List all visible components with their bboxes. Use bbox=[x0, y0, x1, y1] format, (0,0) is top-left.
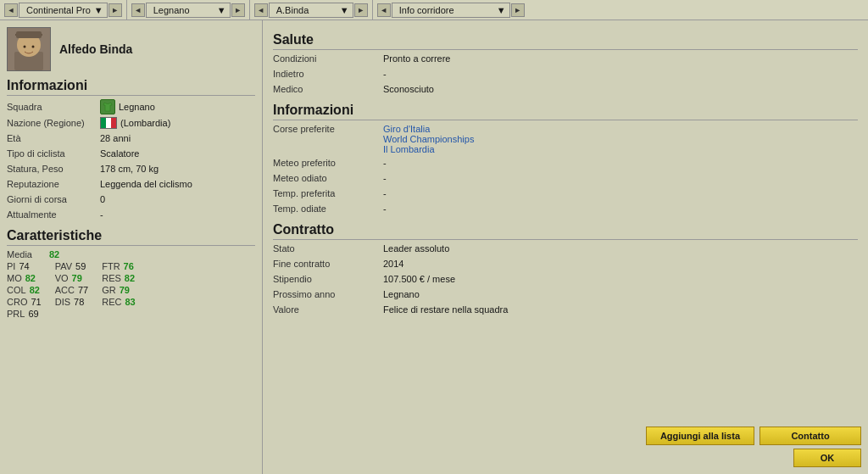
buttons-row-1: Aggiungi alla lista Contatto bbox=[646, 427, 861, 445]
meteo-odiato-value: - bbox=[383, 173, 387, 183]
stat-prl-name: PRL bbox=[7, 309, 25, 319]
stat-pi-name: PI bbox=[7, 261, 15, 271]
tipo-value: Scalatore bbox=[100, 148, 139, 159]
condizioni-label: Condizioni bbox=[273, 53, 383, 64]
stipendio-value: 107.500 € / mese bbox=[383, 274, 455, 284]
nav-dropdown-2[interactable]: Legnano ▼ bbox=[146, 3, 231, 18]
nav-left-arrow-2[interactable]: ◄ bbox=[131, 3, 145, 17]
tipo-row: Tipo di ciclista Scalatore bbox=[7, 147, 255, 160]
nav-section-continental: ◄ Continental Pro ▼ ► bbox=[0, 0, 127, 20]
fine-value: 2014 bbox=[383, 259, 403, 269]
meteo-odiato-label: Meteo odiato bbox=[273, 173, 383, 183]
stat-cro-val: 71 bbox=[31, 297, 41, 307]
medico-row: Medico Sconosciuto bbox=[273, 84, 858, 98]
attualmente-value: - bbox=[100, 209, 103, 220]
stat-gr-name: GR bbox=[102, 285, 116, 295]
buttons-row-2: OK bbox=[793, 449, 861, 467]
stat-res-val: 82 bbox=[125, 273, 135, 283]
stat-rec-name: REC bbox=[102, 297, 121, 307]
reputazione-label: Reputazione bbox=[7, 179, 100, 189]
attualmente-row: Attualmente - bbox=[7, 208, 255, 221]
informazioni-title: Informazioni bbox=[7, 78, 255, 96]
corse-row: Corse preferite Giro d'Italia World Cham… bbox=[273, 124, 858, 154]
nav-right-arrow-3[interactable]: ► bbox=[354, 3, 368, 17]
tipo-label: Tipo di ciclista bbox=[7, 148, 100, 159]
nav-right-arrow-2[interactable]: ► bbox=[231, 3, 245, 17]
contratto-title: Contratto bbox=[273, 222, 858, 240]
nav-section-info: ◄ Info corridore ▼ ► bbox=[373, 0, 868, 20]
media-value: 82 bbox=[49, 249, 59, 259]
contatto-button[interactable]: Contatto bbox=[760, 427, 861, 445]
nav-left-arrow-4[interactable]: ◄ bbox=[377, 3, 391, 17]
condizioni-value: Pronto a correre bbox=[383, 53, 450, 64]
stat-gr-val: 79 bbox=[120, 285, 130, 295]
squadra-value: Legnano bbox=[100, 99, 155, 114]
stat-dis-val: 78 bbox=[74, 297, 84, 307]
nav-left-arrow-1[interactable]: ◄ bbox=[4, 3, 18, 17]
temp-odiate-value: - bbox=[383, 204, 387, 214]
informazioni-right-title: Informazioni bbox=[273, 103, 858, 120]
caratteristiche-title: Caratteristiche bbox=[7, 228, 255, 246]
aggiungi-button[interactable]: Aggiungi alla lista bbox=[646, 427, 754, 445]
statura-value: 178 cm, 70 kg bbox=[100, 164, 159, 174]
salute-title: Salute bbox=[273, 32, 858, 50]
nazione-label: Nazione (Regione) bbox=[7, 118, 100, 128]
stat-rec-val: 83 bbox=[125, 297, 135, 307]
temp-pref-row: Temp. preferita - bbox=[273, 188, 858, 202]
valore-row: Valore Felice di restare nella squadra bbox=[273, 304, 858, 318]
stat-acc-val: 77 bbox=[78, 285, 88, 295]
statura-row: Statura, Peso 178 cm, 70 kg bbox=[7, 162, 255, 176]
valore-label: Valore bbox=[273, 304, 383, 315]
stat-col-val: 82 bbox=[30, 285, 40, 295]
nav-section-rider: ◄ A.Binda ▼ ► bbox=[250, 0, 373, 20]
stat-mo-name: MO bbox=[7, 273, 22, 283]
valore-value: Felice di restare nella squadra bbox=[383, 304, 508, 315]
indietro-label: Indietro bbox=[273, 69, 383, 79]
medico-label: Medico bbox=[273, 84, 383, 94]
reputazione-row: Reputazione Leggenda del ciclismo bbox=[7, 177, 255, 191]
stat-dis-name: DIS bbox=[55, 297, 70, 307]
rider-avatar bbox=[7, 27, 51, 71]
il-lombardia-link[interactable]: Il Lombardia bbox=[383, 144, 474, 154]
stat-acc-name: ACC bbox=[55, 285, 75, 295]
eta-label: Età bbox=[7, 133, 100, 143]
media-label: Media bbox=[7, 249, 49, 259]
nav-right-arrow-4[interactable]: ► bbox=[511, 3, 525, 17]
corse-label: Corse preferite bbox=[273, 124, 383, 134]
stat-mo-val: 82 bbox=[25, 273, 36, 283]
nazione-value: (Lombardia) bbox=[100, 117, 170, 129]
prossimo-label: Prossimo anno bbox=[273, 289, 383, 299]
stat-pav-val: 59 bbox=[75, 261, 86, 271]
prossimo-row: Prossimo anno Legnano bbox=[273, 289, 858, 303]
squadra-label: Squadra bbox=[7, 102, 100, 112]
stat-vo-val: 79 bbox=[72, 273, 82, 283]
nav-left-arrow-3[interactable]: ◄ bbox=[254, 3, 268, 17]
main-content: Alfedo Binda Informazioni Squadra Legnan… bbox=[0, 20, 868, 474]
temp-odiate-label: Temp. odiate bbox=[273, 204, 383, 214]
squadra-row: Squadra Legnano bbox=[7, 99, 255, 114]
fine-label: Fine contratto bbox=[273, 259, 383, 269]
temp-pref-label: Temp. preferita bbox=[273, 188, 383, 198]
rider-name: Alfedo Binda bbox=[59, 42, 132, 56]
svg-point-5 bbox=[32, 46, 35, 48]
stat-pi-val: 74 bbox=[19, 261, 29, 271]
temp-odiate-row: Temp. odiate - bbox=[273, 204, 858, 217]
ok-button[interactable]: OK bbox=[793, 449, 861, 467]
attualmente-label: Attualmente bbox=[7, 209, 100, 220]
prossimo-value: Legnano bbox=[383, 289, 420, 299]
giorni-value: 0 bbox=[100, 194, 105, 204]
stato-row: Stato Leader assoluto bbox=[273, 243, 858, 257]
nav-dropdown-3[interactable]: A.Binda ▼ bbox=[269, 3, 353, 18]
nav-dropdown-1[interactable]: Continental Pro ▼ bbox=[19, 3, 108, 18]
indietro-row: Indietro - bbox=[273, 69, 858, 82]
jersey-icon bbox=[100, 99, 115, 114]
world-championships-link[interactable]: World Championships bbox=[383, 134, 474, 144]
fine-row: Fine contratto 2014 bbox=[273, 259, 858, 272]
stipendio-label: Stipendio bbox=[273, 274, 383, 284]
stato-label: Stato bbox=[273, 243, 383, 254]
stat-ftr-val: 76 bbox=[124, 261, 134, 271]
nav-right-arrow-1[interactable]: ► bbox=[108, 3, 122, 17]
meteo-pref-label: Meteo preferito bbox=[273, 158, 383, 168]
giro-italia-link[interactable]: Giro d'Italia bbox=[383, 124, 474, 134]
nav-dropdown-4[interactable]: Info corridore ▼ bbox=[392, 3, 510, 18]
